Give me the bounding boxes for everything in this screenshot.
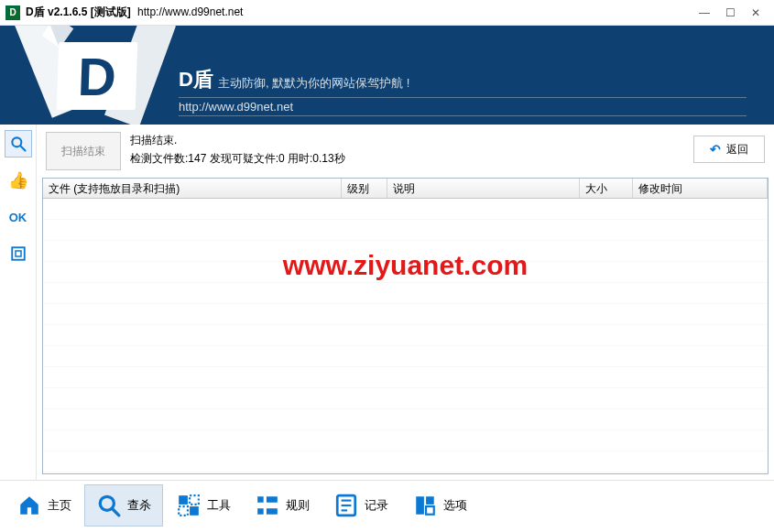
scan-status-line: 扫描结束. bbox=[130, 132, 345, 148]
ok-label: OK bbox=[9, 211, 27, 224]
toolbar-search-button[interactable] bbox=[5, 130, 32, 157]
toolbar-thumb-button[interactable]: 👍 bbox=[5, 167, 32, 194]
svg-line-5 bbox=[112, 508, 119, 516]
col-file[interactable]: 文件 (支持拖放目录和扫描) bbox=[43, 179, 342, 198]
banner: D D盾 主动防御, 默默为你的网站保驾护航 ! http://www.d99n… bbox=[0, 26, 774, 125]
svg-rect-2 bbox=[12, 247, 25, 260]
brand-name: D盾 bbox=[179, 66, 213, 93]
svg-rect-8 bbox=[179, 506, 188, 516]
col-desc[interactable]: 说明 bbox=[387, 179, 580, 198]
scan-header: 扫描结束 扫描结束. 检测文件数:147 发现可疑文件:0 用时:0.13秒 ↶… bbox=[37, 125, 774, 178]
scan-end-button[interactable]: 扫描结束 bbox=[46, 132, 121, 170]
svg-line-1 bbox=[20, 147, 25, 151]
tab-rules-label: 规则 bbox=[286, 497, 310, 514]
search-icon bbox=[96, 493, 122, 518]
close-button[interactable]: ✕ bbox=[743, 4, 769, 22]
tab-tools[interactable]: 工具 bbox=[165, 484, 242, 527]
square-icon bbox=[10, 245, 27, 262]
logo-shape: D bbox=[14, 26, 160, 125]
svg-rect-10 bbox=[257, 496, 264, 503]
results-grid: 文件 (支持拖放目录和扫描) 级别 说明 大小 修改时间 www.ziyuane… bbox=[42, 178, 769, 474]
svg-rect-3 bbox=[16, 251, 21, 256]
left-toolbar: 👍 OK bbox=[0, 125, 37, 480]
toolbar-ok-button[interactable]: OK bbox=[5, 203, 32, 231]
tools-icon bbox=[176, 493, 202, 518]
svg-rect-9 bbox=[190, 506, 199, 516]
tab-scan-label: 查杀 bbox=[127, 497, 151, 514]
tab-logs-label: 记录 bbox=[365, 497, 388, 514]
grid-header: 文件 (支持拖放目录和扫描) 级别 说明 大小 修改时间 bbox=[43, 179, 768, 199]
col-size[interactable]: 大小 bbox=[580, 179, 633, 198]
col-level[interactable]: 级别 bbox=[342, 179, 387, 198]
options-icon bbox=[412, 493, 438, 518]
main-area: 扫描结束 扫描结束. 检测文件数:147 发现可疑文件:0 用时:0.13秒 ↶… bbox=[37, 125, 774, 480]
tab-tools-label: 工具 bbox=[207, 497, 231, 514]
scan-info: 扫描结束. 检测文件数:147 发现可疑文件:0 用时:0.13秒 bbox=[130, 132, 345, 167]
window-title: D盾 v2.1.6.5 [测试版] http://www.d99net.net bbox=[26, 5, 243, 20]
col-time[interactable]: 修改时间 bbox=[633, 179, 768, 198]
brand-slogan: 主动防御, 默默为你的网站保驾护航 ! bbox=[218, 75, 409, 92]
svg-rect-18 bbox=[416, 496, 424, 515]
home-icon bbox=[16, 493, 42, 518]
search-icon bbox=[9, 135, 27, 153]
brand-url: http://www.d99net.net bbox=[179, 97, 747, 116]
tab-options[interactable]: 选项 bbox=[401, 484, 478, 527]
toolbar-square-button[interactable] bbox=[5, 240, 32, 267]
tab-scan[interactable]: 查杀 bbox=[84, 484, 163, 527]
scan-stats-line: 检测文件数:147 发现可疑文件:0 用时:0.13秒 bbox=[130, 150, 345, 167]
tab-options-label: 选项 bbox=[443, 497, 467, 514]
app-icon: D bbox=[5, 5, 20, 20]
rules-icon bbox=[255, 493, 280, 518]
minimize-button[interactable]: — bbox=[692, 4, 717, 22]
maximize-button[interactable]: ☐ bbox=[717, 4, 743, 22]
svg-rect-12 bbox=[267, 496, 278, 503]
svg-rect-19 bbox=[426, 496, 434, 505]
logo-letter: D bbox=[57, 42, 138, 110]
svg-rect-6 bbox=[179, 495, 188, 505]
titlebar: D D盾 v2.1.6.5 [测试版] http://www.d99net.ne… bbox=[0, 0, 774, 26]
tab-logs[interactable]: 记录 bbox=[322, 484, 399, 527]
logs-icon bbox=[333, 493, 359, 518]
watermark: www.ziyuanet.com bbox=[43, 250, 768, 281]
bottom-tabs: 主页 查杀 工具 规则 记录 选项 bbox=[0, 480, 774, 530]
tab-home-label: 主页 bbox=[48, 497, 71, 514]
svg-rect-7 bbox=[190, 495, 199, 505]
svg-rect-20 bbox=[426, 506, 434, 515]
tab-home[interactable]: 主页 bbox=[5, 484, 82, 527]
thumb-icon: 👍 bbox=[8, 170, 28, 190]
svg-rect-11 bbox=[257, 508, 264, 515]
tab-rules[interactable]: 规则 bbox=[244, 484, 321, 527]
back-button[interactable]: ↶ 返回 bbox=[693, 136, 765, 163]
grid-body[interactable]: www.ziyuanet.com bbox=[43, 199, 768, 473]
undo-icon: ↶ bbox=[710, 142, 721, 157]
svg-rect-13 bbox=[267, 508, 278, 515]
back-label: 返回 bbox=[726, 142, 748, 157]
